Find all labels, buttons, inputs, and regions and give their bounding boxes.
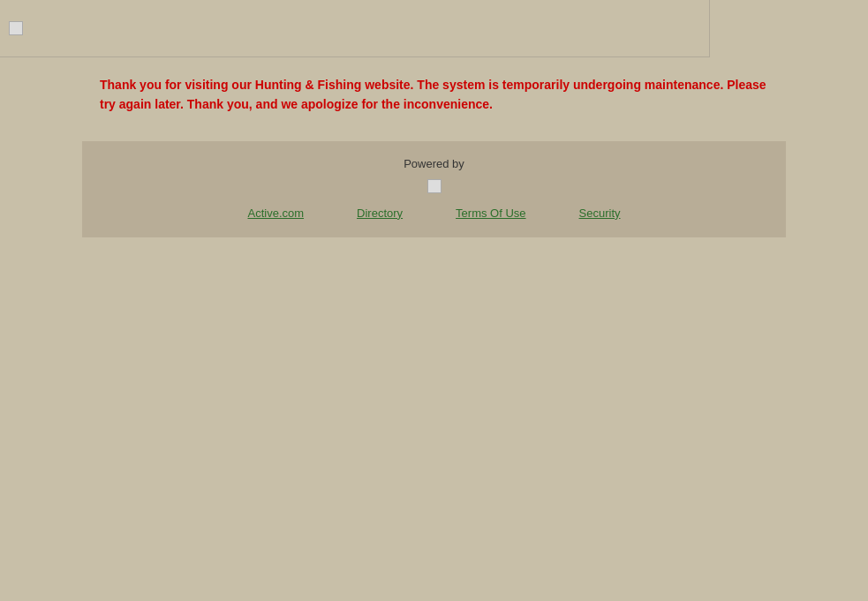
- footer-link-directory[interactable]: Directory: [357, 207, 403, 220]
- footer-links: Active.com Directory Terms Of Use Securi…: [100, 207, 768, 220]
- maintenance-section: Thank you for visiting our Hunting & Fis…: [0, 57, 868, 141]
- header: [0, 0, 868, 57]
- footer-link-terms[interactable]: Terms Of Use: [456, 207, 525, 220]
- footer-box: Powered by Active.com Directory Terms Of…: [82, 141, 786, 237]
- footer-link-security[interactable]: Security: [579, 207, 621, 220]
- header-right-section: [709, 0, 868, 57]
- powered-by-label: Powered by: [100, 157, 768, 170]
- footer-link-active[interactable]: Active.com: [247, 207, 304, 220]
- footer-logo: [427, 179, 442, 193]
- header-logo: [9, 21, 23, 35]
- maintenance-message: Thank you for visiting our Hunting & Fis…: [100, 75, 768, 115]
